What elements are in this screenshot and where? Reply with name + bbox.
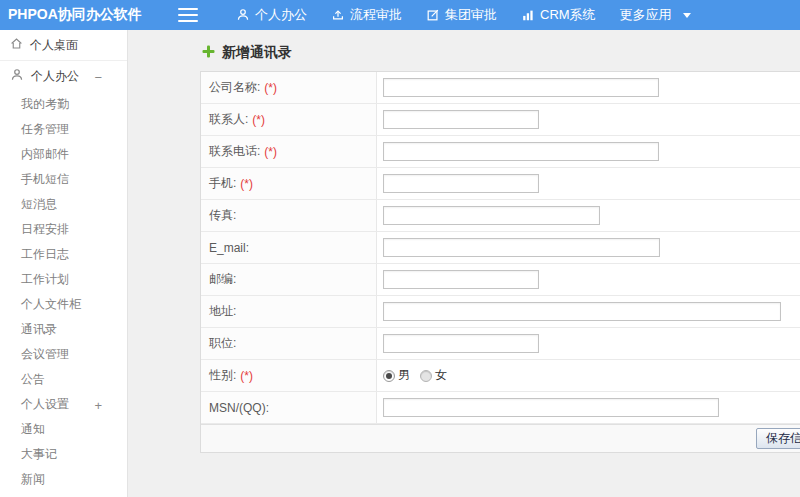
radio-checked-icon[interactable] <box>383 370 395 382</box>
nav-item-label: CRM系统 <box>540 6 596 24</box>
field-input-cell <box>377 302 800 321</box>
zipcode-input[interactable] <box>383 270 539 289</box>
sidebar-item-工作日志[interactable]: 工作日志 <box>0 242 127 267</box>
form-row-contact-phone: 联系电话:(*) <box>201 136 800 168</box>
sidebar-item-个人设置[interactable]: 个人设置+ <box>0 392 127 417</box>
radio-unchecked-icon[interactable] <box>420 370 432 382</box>
required-marker: (*) <box>264 81 277 95</box>
nav-item-更多应用[interactable]: 更多应用 <box>608 0 703 30</box>
position-input[interactable] <box>383 334 539 353</box>
collapse-minus-icon[interactable]: − <box>94 69 102 84</box>
sidebar-item-个人文件柜[interactable]: 个人文件柜 <box>0 292 127 317</box>
sidebar-item-任务管理[interactable]: 任务管理 <box>0 117 127 142</box>
field-input-cell <box>377 206 800 225</box>
expand-plus-icon[interactable]: + <box>94 397 102 412</box>
main-content: 新增通讯录 公司名称:(*)联系人:(*)联系电话:(*)手机:(*)传真:E_… <box>128 30 800 497</box>
gender-radio-group: 男女 <box>383 367 447 384</box>
sidebar-item-label: 我的考勤 <box>21 96 69 113</box>
form-row-address: 地址: <box>201 296 800 328</box>
field-label-cell: 联系人:(*) <box>201 104 377 135</box>
gender-option-女[interactable]: 女 <box>420 367 447 384</box>
sidebar-item-label: 公告 <box>21 371 45 388</box>
sidebar-item-label: 短消息 <box>21 196 57 213</box>
field-input-cell <box>377 238 800 257</box>
new-contact-form: 公司名称:(*)联系人:(*)联系电话:(*)手机:(*)传真:E_mail:邮… <box>200 71 800 453</box>
form-row-email: E_mail: <box>201 232 800 264</box>
sidebar-item-我的考勤[interactable]: 我的考勤 <box>0 92 127 117</box>
nav-item-个人办公[interactable]: 个人办公 <box>224 0 319 30</box>
sidebar-item-手机短信[interactable]: 手机短信 <box>0 167 127 192</box>
hamburger-menu-icon[interactable] <box>178 8 198 22</box>
sidebar-item-会议管理[interactable]: 会议管理 <box>0 342 127 367</box>
app-logo: PHPOA协同办公软件 <box>0 6 128 24</box>
sidebar-item-label: 任务管理 <box>21 121 69 138</box>
field-label-cell: 邮编: <box>201 264 377 295</box>
contact-person-input[interactable] <box>383 110 539 129</box>
form-row-msn-qq: MSN/(QQ): <box>201 392 800 424</box>
nav-item-label: 更多应用 <box>620 6 672 24</box>
form-row-position: 职位: <box>201 328 800 360</box>
nav-item-流程审批[interactable]: 流程审批 <box>319 0 414 30</box>
sidebar-item-通讯录[interactable]: 通讯录 <box>0 317 127 342</box>
radio-option-label: 男 <box>398 367 410 384</box>
sidebar-item-label: 日程安排 <box>21 221 69 238</box>
field-input-cell <box>377 110 800 129</box>
sidebar-item-日程安排[interactable]: 日程安排 <box>0 217 127 242</box>
field-label-cell: 性别:(*) <box>201 360 377 391</box>
sidebar-item-内部邮件[interactable]: 内部邮件 <box>0 142 127 167</box>
field-input-cell <box>377 78 800 97</box>
required-marker: (*) <box>252 113 265 127</box>
field-label-cell: 传真: <box>201 200 377 231</box>
nav-item-label: 集团审批 <box>445 6 497 24</box>
group-approve-icon <box>426 8 440 22</box>
field-input-cell <box>377 270 800 289</box>
nav-item-集团审批[interactable]: 集团审批 <box>414 0 509 30</box>
field-input-cell: 男女 <box>377 367 800 384</box>
sidebar-item-label: 工作计划 <box>21 271 69 288</box>
sidebar-item-工作计划[interactable]: 工作计划 <box>0 267 127 292</box>
field-label: 传真: <box>209 207 236 224</box>
user-icon <box>10 68 24 85</box>
sidebar-item-个人办公[interactable]: 个人办公− <box>0 61 127 92</box>
form-row-contact-person: 联系人:(*) <box>201 104 800 136</box>
page-title-bar: 新增通讯录 <box>128 30 800 71</box>
field-input-cell <box>377 398 800 417</box>
sidebar-item-个人桌面[interactable]: 个人桌面 <box>0 30 127 61</box>
field-label: 联系电话: <box>209 143 260 160</box>
form-row-company-name: 公司名称:(*) <box>201 72 800 104</box>
email-input[interactable] <box>383 238 660 257</box>
sidebar-item-通知[interactable]: 通知 <box>0 417 127 442</box>
field-input-cell <box>377 174 800 193</box>
sidebar-item-新闻[interactable]: 新闻 <box>0 467 127 492</box>
sidebar-item-短消息[interactable]: 短消息 <box>0 192 127 217</box>
radio-option-label: 女 <box>435 367 447 384</box>
add-plus-icon <box>202 45 215 61</box>
mobile-input[interactable] <box>383 174 539 193</box>
sidebar-item-大事记[interactable]: 大事记 <box>0 442 127 467</box>
sidebar-item-公告[interactable]: 公告 <box>0 367 127 392</box>
field-label: 手机: <box>209 175 236 192</box>
top-nav: 个人办公流程审批集团审批CRM系统更多应用 <box>224 0 703 30</box>
fax-input[interactable] <box>383 206 600 225</box>
nav-item-label: 个人办公 <box>255 6 307 24</box>
sidebar-item-label: 手机短信 <box>21 171 69 188</box>
page-title: 新增通讯录 <box>222 44 292 62</box>
msn-qq-input[interactable] <box>383 398 719 417</box>
field-label-cell: MSN/(QQ): <box>201 392 377 423</box>
save-button[interactable]: 保存信息 <box>756 428 800 449</box>
sidebar-item-label: 个人设置 <box>21 396 69 413</box>
nav-item-CRM系统[interactable]: CRM系统 <box>509 0 608 30</box>
field-label-cell: 职位: <box>201 328 377 359</box>
address-input[interactable] <box>383 302 781 321</box>
required-marker: (*) <box>264 145 277 159</box>
field-label: 联系人: <box>209 111 248 128</box>
field-input-cell <box>377 334 800 353</box>
form-footer-row: 保存信息 <box>201 424 800 452</box>
top-header-bar: PHPOA协同办公软件 个人办公流程审批集团审批CRM系统更多应用 <box>0 0 800 30</box>
flow-approve-icon <box>331 8 345 22</box>
field-label: 邮编: <box>209 271 236 288</box>
field-label: 公司名称: <box>209 79 260 96</box>
company-name-input[interactable] <box>383 78 659 97</box>
contact-phone-input[interactable] <box>383 142 659 161</box>
gender-option-男[interactable]: 男 <box>383 367 410 384</box>
